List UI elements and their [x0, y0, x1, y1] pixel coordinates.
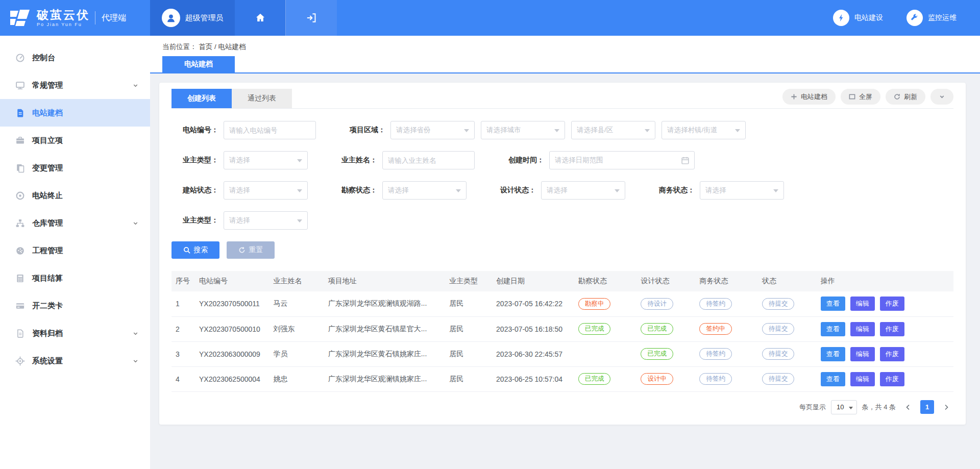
- cell-created: 2023-07-05 16:42:22: [492, 291, 574, 316]
- sidebar-item-label: 资料归档: [32, 329, 63, 338]
- edit-button[interactable]: 编辑: [850, 297, 875, 311]
- cell-owner-name: 刘强东: [269, 316, 324, 341]
- owner-type-select[interactable]: 请选择: [224, 151, 308, 169]
- page-tab-station-archive[interactable]: 电站建档: [162, 56, 235, 72]
- sidebar-item-warehouse-mgmt[interactable]: 仓库管理: [0, 209, 150, 237]
- status-badge: 已完成: [641, 323, 673, 335]
- sidebar-item-project-setup[interactable]: 项目立项: [0, 127, 150, 154]
- cell-owner-type: 居民: [445, 316, 492, 341]
- business-status-select[interactable]: 请选择: [700, 181, 784, 200]
- prev-page-button[interactable]: [901, 400, 915, 414]
- chevron-down-icon: [132, 357, 139, 366]
- user-icon: [165, 12, 177, 23]
- reset-button[interactable]: 重置: [227, 241, 275, 259]
- sidebar-item-label: 开二类卡: [32, 301, 63, 311]
- collapse-button[interactable]: [930, 89, 953, 105]
- station-table: 序号电站编号业主姓名项目地址业主类型创建日期勘察状态设计状态商务状态状态操作 1…: [172, 271, 953, 392]
- logout-button[interactable]: [286, 0, 337, 36]
- pages-icon: [15, 163, 25, 173]
- next-page-button[interactable]: [939, 400, 953, 414]
- search-icon: [183, 246, 190, 254]
- sidebar-item-general-mgmt[interactable]: 常规管理: [0, 71, 150, 99]
- view-button[interactable]: 查看: [821, 297, 845, 311]
- tab-passed-list[interactable]: 通过列表: [232, 89, 292, 108]
- sidebar-item-data-archive[interactable]: 资料归档: [0, 319, 150, 347]
- chevron-down-icon: [297, 159, 302, 162]
- edit-button[interactable]: 编辑: [850, 372, 875, 386]
- column-header: 商务状态: [695, 271, 758, 291]
- survey-status-select[interactable]: 请选择: [382, 181, 467, 200]
- home-button[interactable]: [235, 0, 286, 36]
- page-number-1[interactable]: 1: [920, 400, 934, 414]
- user-menu[interactable]: 超级管理员: [150, 0, 235, 36]
- sidebar-item-label: 电站终止: [32, 191, 63, 201]
- lightning-icon: [833, 10, 849, 26]
- sidebar-item-open-type2-card[interactable]: 开二类卡: [0, 292, 150, 319]
- chevron-down-icon: [132, 82, 139, 90]
- search-button[interactable]: 搜索: [172, 241, 219, 259]
- status-badge: 待提交: [762, 298, 795, 310]
- sidebar-item-console[interactable]: 控制台: [0, 44, 150, 71]
- owner-name-input[interactable]: [382, 151, 475, 169]
- breadcrumb-home-link[interactable]: 首页: [199, 43, 212, 51]
- page-size-select[interactable]: 10: [831, 400, 856, 414]
- view-button[interactable]: 查看: [821, 322, 845, 336]
- sidebar-item-engineering-mgmt[interactable]: 工程管理: [0, 237, 150, 264]
- edit-button[interactable]: 编辑: [850, 322, 875, 336]
- void-button[interactable]: 作废: [880, 297, 904, 311]
- void-button[interactable]: 作废: [880, 347, 904, 361]
- cell-design-status: 已完成: [636, 316, 695, 341]
- monitor-icon: [15, 81, 25, 90]
- calculator-icon: [15, 274, 25, 283]
- owner-type-2-select[interactable]: 请选择: [224, 211, 308, 230]
- filter-buttons: 搜索 重置: [172, 241, 953, 259]
- list-tabs: 创建列表通过列表: [172, 89, 292, 108]
- topbar-item-label: 电站建设: [854, 13, 883, 22]
- add-station-button[interactable]: 电站建档: [782, 89, 836, 105]
- design-status-select[interactable]: 请选择: [541, 181, 625, 200]
- create-time-date-range[interactable]: 请选择日期范围: [549, 151, 695, 169]
- status-badge: 签约中: [699, 323, 732, 335]
- field-label: 业主类型：: [172, 216, 218, 225]
- sidebar-item-system-settings[interactable]: 系统设置: [0, 347, 150, 375]
- view-button[interactable]: 查看: [821, 347, 845, 361]
- project-region-select-0[interactable]: 请选择省份: [390, 121, 475, 139]
- sidebar-item-change-mgmt[interactable]: 变更管理: [0, 154, 150, 182]
- fullscreen-button[interactable]: 全屏: [841, 89, 880, 105]
- view-button[interactable]: 查看: [821, 372, 845, 386]
- sidebar-item-label: 仓库管理: [32, 218, 63, 228]
- sidebar-item-station-terminate[interactable]: 电站终止: [0, 182, 150, 209]
- topbar: 破茧云伏 Po Jian Yun Fu 代理端 超级管理员 电站建设监控运维: [0, 0, 980, 36]
- project-region-select-2[interactable]: 请选择县/区: [571, 121, 655, 139]
- sitemap-icon: [15, 218, 25, 228]
- content-card: 创建列表通过列表 电站建档全屏刷新 电站编号：项目区域：请选择省份请选择城市请选…: [159, 83, 966, 425]
- project-region-select-1[interactable]: 请选择城市: [481, 121, 565, 139]
- filter-field-design-status: 设计状态：请选择: [489, 181, 625, 200]
- topbar-item-station-build[interactable]: 电站建设: [833, 10, 883, 26]
- chevron-down-icon: [132, 330, 139, 338]
- edit-button[interactable]: 编辑: [850, 347, 875, 361]
- field-label: 业主类型：: [172, 156, 218, 165]
- tab-create-list[interactable]: 创建列表: [172, 89, 232, 108]
- filter-field-owner-name: 业主姓名：: [330, 151, 475, 169]
- build-status-select[interactable]: 请选择: [224, 181, 308, 200]
- topbar-item-monitor-ops[interactable]: 监控运维: [906, 10, 957, 26]
- void-button[interactable]: 作废: [880, 372, 904, 386]
- station-code-input[interactable]: [224, 121, 316, 139]
- sidebar-item-label: 电站建档: [32, 108, 63, 118]
- status-badge: 待提交: [762, 348, 795, 360]
- sidebar-item-station-archive[interactable]: 电站建档: [0, 99, 150, 127]
- card-toolbar: 电站建档全屏刷新: [782, 89, 953, 108]
- cell-actions: 查看编辑作废: [817, 316, 953, 341]
- filter-row: 建站状态：请选择勘察状态：请选择设计状态：请选择商务状态：请选择: [172, 181, 953, 200]
- table-row: 3YX2023063000009学员广东深圳龙华区黄石镇姚家庄...居民2023…: [172, 341, 953, 366]
- cell-survey-status: 勘察中: [574, 291, 637, 316]
- cell-created: 2023-06-30 22:45:57: [492, 341, 574, 366]
- refresh-button[interactable]: 刷新: [886, 89, 925, 105]
- sidebar-item-project-settle[interactable]: 项目结算: [0, 264, 150, 292]
- table-header-row: 序号电站编号业主姓名项目地址业主类型创建日期勘察状态设计状态商务状态状态操作: [172, 271, 953, 291]
- void-button[interactable]: 作废: [880, 322, 904, 336]
- project-region-select-3[interactable]: 请选择村镇/街道: [662, 121, 746, 139]
- sidebar-item-label: 控制台: [32, 53, 55, 63]
- cell-address: 广东深圳龙华区黄石镇姚家庄...: [324, 341, 445, 366]
